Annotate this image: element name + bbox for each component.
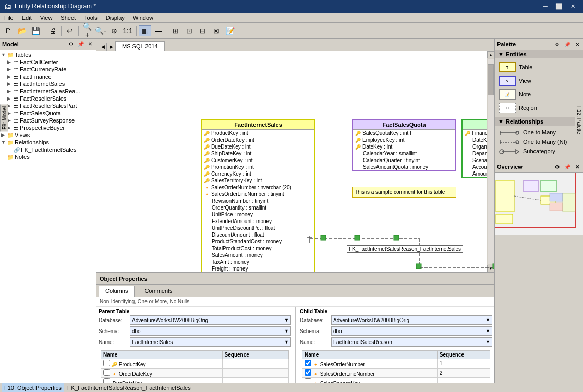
tab-next-button[interactable]: ▶ xyxy=(107,43,115,51)
scroll-up-button[interactable]: ▲ xyxy=(487,51,494,58)
table-row: 🔑 ProductKey xyxy=(101,359,289,369)
diagram-area[interactable]: FK_FactInternetSalesReason_FactInternetS… xyxy=(96,51,494,272)
panel-pin-icon[interactable]: 📌 xyxy=(76,41,86,47)
palette-item-subcategory[interactable]: Subcategory xyxy=(497,146,581,156)
menu-view[interactable]: View xyxy=(36,13,57,22)
parent-name-field: Name: FactInternetSales ▼ xyxy=(99,337,291,347)
tab-comments[interactable]: Comments xyxy=(138,286,179,297)
save-button[interactable]: 💾 xyxy=(29,25,42,36)
overview-gear-icon[interactable]: ⚙ xyxy=(553,164,561,170)
child-schema-input[interactable]: dbo ▼ xyxy=(331,326,492,336)
tree-table-factfinance[interactable]: ▶ 🗃 FactFinance xyxy=(7,73,95,80)
palette-gear-icon[interactable]: ⚙ xyxy=(553,41,561,48)
f12-palette-tab[interactable]: F12: Palette xyxy=(575,104,583,137)
tree-relationships[interactable]: ▼ 📁 Relationships xyxy=(1,139,95,146)
open-button[interactable]: 📂 xyxy=(16,25,28,36)
undo-button[interactable]: ↩ xyxy=(64,25,76,36)
tree-views[interactable]: ▶ 📁 Views xyxy=(1,131,95,139)
menu-bar: File Edit View Sheet Tools Display Windo… xyxy=(0,13,583,23)
tab-prev-button[interactable]: ◀ xyxy=(99,43,107,51)
menu-sheet[interactable]: Sheet xyxy=(56,13,80,22)
scroll-down-button[interactable]: ▼ xyxy=(487,265,494,272)
palette-relationships-header[interactable]: ▼ Relationships xyxy=(495,117,583,126)
erd-row: UnitPrice : money xyxy=(202,211,314,218)
parent-col-check-1[interactable] xyxy=(103,360,110,366)
tree-rel-fk-factinternetsales[interactable]: 🔗 FK_FactInternetSales xyxy=(7,146,95,153)
restore-button[interactable]: ⬜ xyxy=(553,2,565,11)
new-button[interactable]: 🗋 xyxy=(2,25,15,36)
zoom-100-button[interactable]: 1:1 xyxy=(122,25,134,36)
overview-close-icon[interactable]: ✕ xyxy=(574,164,581,170)
f9-model-tab[interactable]: F9: Model xyxy=(0,104,8,131)
palette-entities-label: Entities xyxy=(506,51,527,57)
table-button[interactable]: ⊞ xyxy=(169,25,182,36)
erd-table-factsalesquota[interactable]: FactSalesQuota 🔑SalesQuotaKey : int I 🔑E… xyxy=(352,119,456,172)
menu-edit[interactable]: Edit xyxy=(18,13,36,22)
palette-close-icon[interactable]: ✕ xyxy=(574,41,581,48)
scroll-thumb[interactable] xyxy=(488,64,494,95)
panel-close-icon[interactable]: ✕ xyxy=(87,41,94,47)
erd-row: 🔑PromotionKey : int xyxy=(202,164,314,170)
tree-table-factcallcenter[interactable]: ▶ 🗃 FactCallCenter xyxy=(7,58,95,66)
inherit-button[interactable]: ⊠ xyxy=(210,25,223,36)
tree-table-factsurveyresponse[interactable]: ▶ 🗃 FactSurveyResponse xyxy=(7,117,95,124)
overview-pin-icon[interactable]: 📌 xyxy=(563,164,572,170)
palette-item-region[interactable]: □ Region xyxy=(497,101,581,115)
menu-tools[interactable]: Tools xyxy=(80,13,102,22)
menu-display[interactable]: Display xyxy=(102,13,129,22)
zoom-out-button[interactable]: 🔍- xyxy=(94,25,107,36)
erd-table-factinternetsales[interactable]: FactInternetSales 🔑ProductKey : int 🔑Ord… xyxy=(201,119,315,272)
tree-tables[interactable]: ▼ 📁 Tables xyxy=(1,51,95,58)
minimize-button[interactable]: ─ xyxy=(539,2,552,11)
view-button[interactable]: ⊡ xyxy=(183,25,196,36)
tree-table-factcurrencyrate[interactable]: ▶ 🗃 FactCurrencyRate xyxy=(7,66,95,73)
parent-name-input[interactable]: FactInternetSales ▼ xyxy=(130,337,291,347)
child-col-check-2[interactable] xyxy=(305,369,311,376)
palette-entities-header[interactable]: ▼ Entities xyxy=(495,50,583,58)
note-button[interactable]: 📝 xyxy=(224,25,236,36)
panel-gear-icon[interactable]: ⚙ xyxy=(67,41,75,47)
tab-mssql2014[interactable]: MS SQL 2014 xyxy=(115,41,165,51)
svg-marker-18 xyxy=(516,150,519,154)
tree-table-prospectivebuyer[interactable]: ▶ 🗃 ProspectiveBuyer xyxy=(7,124,95,131)
select-button[interactable]: ▦ xyxy=(139,25,151,36)
object-properties-info: Non-Identifying, One or More, No Nulls xyxy=(96,297,494,307)
zoom-fit-button[interactable]: ⊕ xyxy=(108,25,120,36)
tree-table-factsalesquota[interactable]: ▶ 🗃 FactSalesQuota xyxy=(7,109,95,117)
close-button[interactable]: ✕ xyxy=(566,2,579,11)
child-database-input[interactable]: AdventureWorksDW2008BigOrig ▼ xyxy=(331,315,492,325)
palette-item-table[interactable]: T Table xyxy=(497,60,581,74)
menu-file[interactable]: File xyxy=(0,13,18,22)
palette-item-view[interactable]: V View xyxy=(497,74,581,88)
svg-rect-5 xyxy=(416,264,421,269)
erd-row: SalesAmountQuota : money xyxy=(353,164,455,170)
tree-table-factresellersalespart[interactable]: ▶ 🗃 FactResellerSalesPart xyxy=(7,102,95,109)
tree-notes[interactable]: — 📁 Notes xyxy=(1,153,95,161)
parent-col-check-2[interactable] xyxy=(103,369,110,376)
svg-rect-23 xyxy=(496,214,513,224)
menu-window[interactable]: Window xyxy=(129,13,157,22)
pan-button[interactable]: — xyxy=(152,25,165,36)
print-button[interactable]: 🖨 xyxy=(46,25,59,36)
pk-icon: 🔑 xyxy=(355,131,361,136)
tree-table-factinternetsalesrea[interactable]: ▶ 🗃 FactInternetSalesRea... xyxy=(7,88,95,95)
scroll-track[interactable] xyxy=(488,59,494,264)
tree-table-factinternetsales[interactable]: ▶ 🗃 FactInternetSales xyxy=(7,80,95,88)
palette-item-note[interactable]: 📝 Note xyxy=(497,88,581,101)
palette-item-table-label: Table xyxy=(519,64,532,70)
parent-database-input[interactable]: AdventureWorksDW2008BigOrig ▼ xyxy=(130,315,291,325)
child-name-input[interactable]: FactInternetSalesReason ▼ xyxy=(331,337,492,347)
palette-item-one-many[interactable]: One to Many xyxy=(497,128,581,137)
parent-schema-input[interactable]: dbo ▼ xyxy=(130,326,291,336)
palette-item-one-many-ni[interactable]: One to Many (NI) xyxy=(497,137,581,146)
child-col-check-1[interactable] xyxy=(305,360,311,366)
tree-table-factresellersales[interactable]: ▶ 🗃 FactResellerSales xyxy=(7,95,95,102)
rel-button[interactable]: ⊟ xyxy=(197,25,209,36)
pk-icon: 🔑 xyxy=(204,151,210,156)
status-f10[interactable]: F10: Object Properties xyxy=(2,383,64,392)
palette-pin-icon[interactable]: 📌 xyxy=(563,41,572,48)
zoom-in-button[interactable]: 🔍+ xyxy=(81,25,93,36)
tab-columns[interactable]: Columns xyxy=(99,286,135,297)
child-columns-table: Name Sequence 🔸 SalesOrderNumber 1 xyxy=(302,350,490,387)
overview-canvas[interactable] xyxy=(495,173,583,235)
